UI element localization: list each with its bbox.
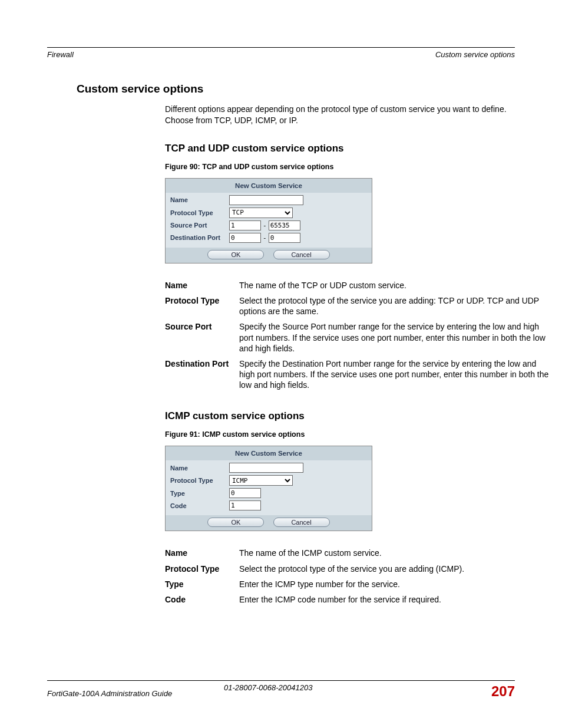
label-destination-port: Destination Port	[170, 234, 229, 241]
def-term: Type	[165, 577, 239, 592]
def-desc: Enter the ICMP type number for the servi…	[239, 577, 554, 592]
icmp-form: New Custom Service Name Protocol Type IC…	[165, 446, 372, 531]
name-input[interactable]	[229, 195, 303, 205]
figure-90-caption: Figure 90: TCP and UDP custom service op…	[165, 163, 515, 171]
label-name: Name	[170, 196, 229, 203]
def-desc: Enter the ICMP code number for the servi…	[239, 592, 554, 607]
def-term: Code	[165, 592, 239, 607]
table-row: TypeEnter the ICMP type number for the s…	[165, 577, 554, 592]
table-row: Protocol TypeSelect the protocol type of…	[165, 293, 554, 319]
label-protocol-type: Protocol Type	[170, 477, 229, 484]
icmp-definitions-table: NameThe name of the ICMP custom service.…	[165, 545, 554, 607]
tcp-form: New Custom Service Name Protocol Type TC…	[165, 178, 372, 263]
label-source-port: Source Port	[170, 222, 229, 229]
label-code: Code	[170, 502, 229, 509]
icmp-heading: ICMP custom service options	[165, 410, 515, 422]
def-term: Protocol Type	[165, 293, 239, 319]
tcp-form-title: New Custom Service	[166, 179, 372, 193]
figure-91-caption: Figure 91: ICMP custom service options	[165, 430, 515, 439]
label-name: Name	[170, 465, 229, 472]
dash-separator: -	[263, 234, 267, 242]
table-row: Protocol TypeSelect the protocol type of…	[165, 561, 554, 577]
tcp-heading: TCP and UDP custom service options	[165, 143, 515, 154]
page-footer: FortiGate-100A Administration Guide 01-2…	[47, 680, 515, 700]
page-number: 207	[491, 683, 515, 700]
def-desc: The name of the ICMP custom service.	[239, 545, 554, 561]
running-header: Firewall Custom service options	[47, 50, 515, 59]
table-row: Destination PortSpecify the Destination …	[165, 356, 554, 393]
section-title: Custom service options	[77, 83, 515, 95]
dest-port-high-input[interactable]	[269, 233, 300, 243]
def-desc: The name of the TCP or UDP custom servic…	[239, 278, 554, 293]
def-term: Destination Port	[165, 356, 239, 393]
def-term: Source Port	[165, 319, 239, 356]
def-desc: Select the protocol type of the service …	[239, 561, 554, 577]
table-row: NameThe name of the TCP or UDP custom se…	[165, 278, 554, 293]
source-port-low-input[interactable]	[229, 220, 261, 230]
dest-port-low-input[interactable]	[229, 233, 261, 243]
footer-mid: 01-28007-0068-20041203	[224, 683, 312, 692]
ok-button[interactable]: OK	[207, 518, 264, 527]
icmp-form-title: New Custom Service	[166, 446, 372, 460]
intro-paragraph: Different options appear depending on th…	[165, 104, 515, 126]
def-desc: Specify the Destination Port number rang…	[239, 356, 554, 393]
def-term: Protocol Type	[165, 561, 239, 577]
source-port-high-input[interactable]	[269, 220, 300, 230]
header-left: Firewall	[47, 50, 74, 59]
type-input[interactable]	[229, 488, 261, 498]
cancel-button[interactable]: Cancel	[273, 250, 330, 259]
def-desc: Specify the Source Port number range for…	[239, 319, 554, 356]
tcp-definitions-table: NameThe name of the TCP or UDP custom se…	[165, 278, 554, 393]
def-desc: Select the protocol type of the service …	[239, 293, 554, 319]
def-term: Name	[165, 278, 239, 293]
footer-left: FortiGate-100A Administration Guide	[47, 689, 172, 698]
code-input[interactable]	[229, 500, 261, 510]
table-row: NameThe name of the ICMP custom service.	[165, 545, 554, 561]
dash-separator: -	[263, 222, 267, 229]
header-right: Custom service options	[435, 50, 515, 59]
protocol-type-select[interactable]: TCP	[229, 207, 293, 218]
label-type: Type	[170, 490, 229, 497]
table-row: CodeEnter the ICMP code number for the s…	[165, 592, 554, 607]
table-row: Source PortSpecify the Source Port numbe…	[165, 319, 554, 356]
ok-button[interactable]: OK	[207, 250, 264, 259]
protocol-type-select[interactable]: ICMP	[229, 475, 293, 486]
cancel-button[interactable]: Cancel	[273, 518, 330, 527]
label-protocol-type: Protocol Type	[170, 209, 229, 216]
name-input[interactable]	[229, 463, 303, 473]
def-term: Name	[165, 545, 239, 561]
